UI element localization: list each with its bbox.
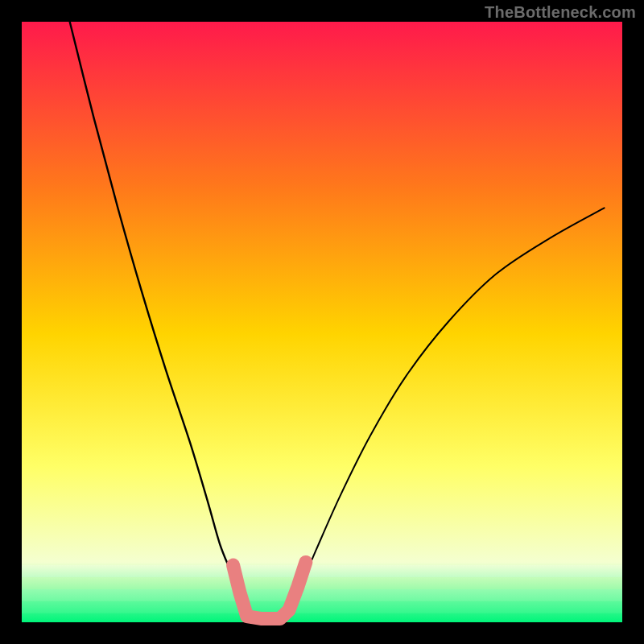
- plot-area: [22, 22, 622, 622]
- watermark-text: TheBottleneck.com: [485, 3, 636, 22]
- band-strip: [22, 589, 622, 601]
- chart-stage: TheBottleneck.com: [0, 0, 644, 644]
- band-strip: [22, 577, 622, 589]
- chart-svg: [0, 0, 644, 644]
- band-strip: [22, 565, 622, 577]
- bottom-bands: [22, 565, 622, 613]
- band-strip: [22, 601, 622, 613]
